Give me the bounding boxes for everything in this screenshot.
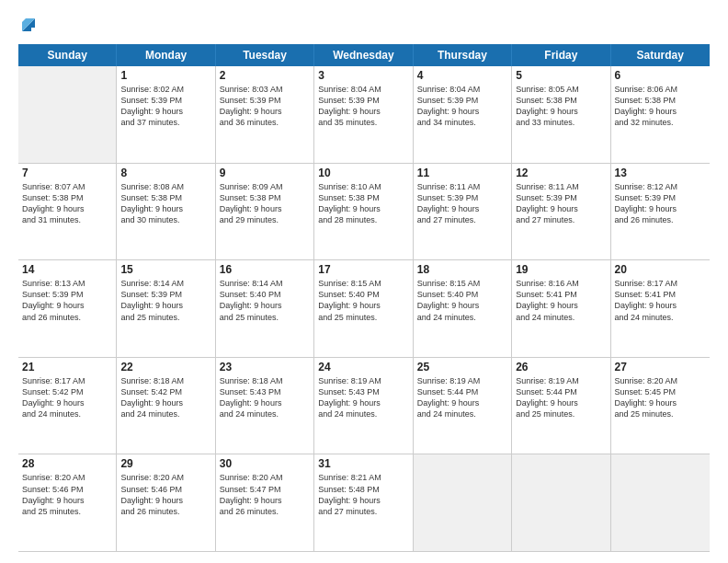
cal-cell: 12Sunrise: 8:11 AMSunset: 5:39 PMDayligh… bbox=[512, 164, 610, 261]
day-number: 6 bbox=[615, 69, 706, 82]
cal-cell: 17Sunrise: 8:15 AMSunset: 5:40 PMDayligh… bbox=[314, 260, 413, 358]
cell-info: Sunrise: 8:20 AMSunset: 5:45 PMDaylight:… bbox=[615, 375, 706, 420]
cal-cell bbox=[611, 454, 710, 552]
cal-cell bbox=[512, 454, 610, 552]
cell-info: Sunrise: 8:19 AMSunset: 5:43 PMDaylight:… bbox=[318, 375, 408, 420]
header-day-wednesday: Wednesday bbox=[314, 44, 413, 66]
cell-info: Sunrise: 8:19 AMSunset: 5:44 PMDaylight:… bbox=[417, 375, 507, 420]
day-number: 20 bbox=[615, 263, 706, 276]
day-number: 2 bbox=[220, 69, 310, 82]
cell-info: Sunrise: 8:03 AMSunset: 5:39 PMDaylight:… bbox=[220, 84, 310, 129]
cal-cell: 30Sunrise: 8:20 AMSunset: 5:47 PMDayligh… bbox=[216, 454, 314, 552]
cell-info: Sunrise: 8:12 AMSunset: 5:39 PMDaylight:… bbox=[615, 181, 706, 226]
cal-cell: 22Sunrise: 8:18 AMSunset: 5:42 PMDayligh… bbox=[117, 358, 215, 455]
cell-info: Sunrise: 8:09 AMSunset: 5:38 PMDaylight:… bbox=[220, 181, 310, 226]
cal-cell: 9Sunrise: 8:09 AMSunset: 5:38 PMDaylight… bbox=[216, 164, 314, 261]
day-number: 24 bbox=[318, 361, 408, 373]
day-number: 27 bbox=[615, 361, 706, 373]
day-number: 11 bbox=[417, 167, 507, 179]
cal-cell: 23Sunrise: 8:18 AMSunset: 5:43 PMDayligh… bbox=[216, 358, 314, 455]
cell-info: Sunrise: 8:20 AMSunset: 5:46 PMDaylight:… bbox=[120, 472, 210, 517]
cal-cell: 15Sunrise: 8:14 AMSunset: 5:39 PMDayligh… bbox=[117, 260, 215, 358]
cal-cell: 10Sunrise: 8:10 AMSunset: 5:38 PMDayligh… bbox=[314, 164, 413, 261]
logo-icon bbox=[18, 15, 39, 35]
cell-info: Sunrise: 8:21 AMSunset: 5:48 PMDaylight:… bbox=[318, 472, 408, 517]
cell-info: Sunrise: 8:05 AMSunset: 5:38 PMDaylight:… bbox=[516, 84, 606, 129]
day-number: 15 bbox=[120, 263, 210, 276]
day-number: 9 bbox=[220, 167, 310, 179]
day-number: 26 bbox=[516, 361, 606, 373]
cal-cell: 2Sunrise: 8:03 AMSunset: 5:39 PMDaylight… bbox=[216, 66, 314, 164]
calendar-body: 1Sunrise: 8:02 AMSunset: 5:39 PMDaylight… bbox=[18, 66, 710, 552]
cal-cell: 24Sunrise: 8:19 AMSunset: 5:43 PMDayligh… bbox=[314, 358, 413, 455]
cell-info: Sunrise: 8:10 AMSunset: 5:38 PMDaylight:… bbox=[318, 181, 408, 226]
day-number: 8 bbox=[120, 167, 210, 179]
day-number: 14 bbox=[22, 263, 112, 276]
cal-cell: 28Sunrise: 8:20 AMSunset: 5:46 PMDayligh… bbox=[18, 454, 117, 552]
day-number: 1 bbox=[120, 69, 210, 82]
cell-info: Sunrise: 8:06 AMSunset: 5:38 PMDaylight:… bbox=[615, 84, 706, 129]
cell-info: Sunrise: 8:13 AMSunset: 5:39 PMDaylight:… bbox=[22, 278, 112, 323]
cell-info: Sunrise: 8:02 AMSunset: 5:39 PMDaylight:… bbox=[120, 84, 210, 129]
logo bbox=[18, 15, 40, 35]
day-number: 17 bbox=[318, 263, 408, 276]
cal-cell: 3Sunrise: 8:04 AMSunset: 5:39 PMDaylight… bbox=[314, 66, 413, 164]
day-number: 10 bbox=[318, 167, 408, 179]
header-day-monday: Monday bbox=[117, 44, 215, 66]
cell-info: Sunrise: 8:11 AMSunset: 5:39 PMDaylight:… bbox=[417, 181, 507, 226]
cal-cell: 1Sunrise: 8:02 AMSunset: 5:39 PMDaylight… bbox=[117, 66, 215, 164]
calendar: SundayMondayTuesdayWednesdayThursdayFrid… bbox=[18, 44, 710, 552]
day-number: 25 bbox=[417, 361, 507, 373]
cal-cell: 8Sunrise: 8:08 AMSunset: 5:38 PMDaylight… bbox=[117, 164, 215, 261]
cal-cell bbox=[414, 454, 512, 552]
cal-cell: 21Sunrise: 8:17 AMSunset: 5:42 PMDayligh… bbox=[18, 358, 117, 455]
cal-cell: 25Sunrise: 8:19 AMSunset: 5:44 PMDayligh… bbox=[414, 358, 512, 455]
cal-cell: 20Sunrise: 8:17 AMSunset: 5:41 PMDayligh… bbox=[611, 260, 710, 358]
day-number: 23 bbox=[220, 361, 310, 373]
header-day-saturday: Saturday bbox=[611, 44, 710, 66]
cal-cell: 16Sunrise: 8:14 AMSunset: 5:40 PMDayligh… bbox=[216, 260, 314, 358]
day-number: 13 bbox=[615, 167, 706, 179]
cal-cell: 26Sunrise: 8:19 AMSunset: 5:44 PMDayligh… bbox=[512, 358, 610, 455]
cell-info: Sunrise: 8:08 AMSunset: 5:38 PMDaylight:… bbox=[120, 181, 210, 226]
cal-cell: 31Sunrise: 8:21 AMSunset: 5:48 PMDayligh… bbox=[314, 454, 413, 552]
cell-info: Sunrise: 8:19 AMSunset: 5:44 PMDaylight:… bbox=[516, 375, 606, 420]
cell-info: Sunrise: 8:17 AMSunset: 5:41 PMDaylight:… bbox=[615, 278, 706, 323]
day-number: 21 bbox=[22, 361, 112, 373]
day-number: 28 bbox=[22, 457, 112, 470]
header-day-tuesday: Tuesday bbox=[216, 44, 314, 66]
cell-info: Sunrise: 8:04 AMSunset: 5:39 PMDaylight:… bbox=[318, 84, 408, 129]
day-number: 31 bbox=[318, 457, 408, 470]
cal-cell: 5Sunrise: 8:05 AMSunset: 5:38 PMDaylight… bbox=[512, 66, 610, 164]
header bbox=[18, 15, 710, 35]
day-number: 7 bbox=[22, 167, 112, 179]
day-number: 3 bbox=[318, 69, 408, 82]
cell-info: Sunrise: 8:15 AMSunset: 5:40 PMDaylight:… bbox=[417, 278, 507, 323]
header-day-friday: Friday bbox=[512, 44, 610, 66]
day-number: 22 bbox=[120, 361, 210, 373]
cell-info: Sunrise: 8:18 AMSunset: 5:42 PMDaylight:… bbox=[120, 375, 210, 420]
page: SundayMondayTuesdayWednesdayThursdayFrid… bbox=[0, 0, 728, 563]
cell-info: Sunrise: 8:20 AMSunset: 5:47 PMDaylight:… bbox=[220, 472, 310, 517]
header-day-thursday: Thursday bbox=[414, 44, 512, 66]
cal-cell: 11Sunrise: 8:11 AMSunset: 5:39 PMDayligh… bbox=[414, 164, 512, 261]
cell-info: Sunrise: 8:15 AMSunset: 5:40 PMDaylight:… bbox=[318, 278, 408, 323]
day-number: 19 bbox=[516, 263, 606, 276]
day-number: 29 bbox=[120, 457, 210, 470]
day-number: 30 bbox=[220, 457, 310, 470]
day-number: 12 bbox=[516, 167, 606, 179]
cell-info: Sunrise: 8:17 AMSunset: 5:42 PMDaylight:… bbox=[22, 375, 112, 420]
cal-cell: 4Sunrise: 8:04 AMSunset: 5:39 PMDaylight… bbox=[414, 66, 512, 164]
cell-info: Sunrise: 8:16 AMSunset: 5:41 PMDaylight:… bbox=[516, 278, 606, 323]
cell-info: Sunrise: 8:18 AMSunset: 5:43 PMDaylight:… bbox=[220, 375, 310, 420]
cell-info: Sunrise: 8:14 AMSunset: 5:39 PMDaylight:… bbox=[120, 278, 210, 323]
cal-cell: 29Sunrise: 8:20 AMSunset: 5:46 PMDayligh… bbox=[117, 454, 215, 552]
day-number: 18 bbox=[417, 263, 507, 276]
cal-cell: 13Sunrise: 8:12 AMSunset: 5:39 PMDayligh… bbox=[611, 164, 710, 261]
cell-info: Sunrise: 8:14 AMSunset: 5:40 PMDaylight:… bbox=[220, 278, 310, 323]
cal-cell: 19Sunrise: 8:16 AMSunset: 5:41 PMDayligh… bbox=[512, 260, 610, 358]
calendar-header: SundayMondayTuesdayWednesdayThursdayFrid… bbox=[18, 44, 710, 66]
day-number: 4 bbox=[417, 69, 507, 82]
cal-cell: 27Sunrise: 8:20 AMSunset: 5:45 PMDayligh… bbox=[611, 358, 710, 455]
day-number: 16 bbox=[220, 263, 310, 276]
